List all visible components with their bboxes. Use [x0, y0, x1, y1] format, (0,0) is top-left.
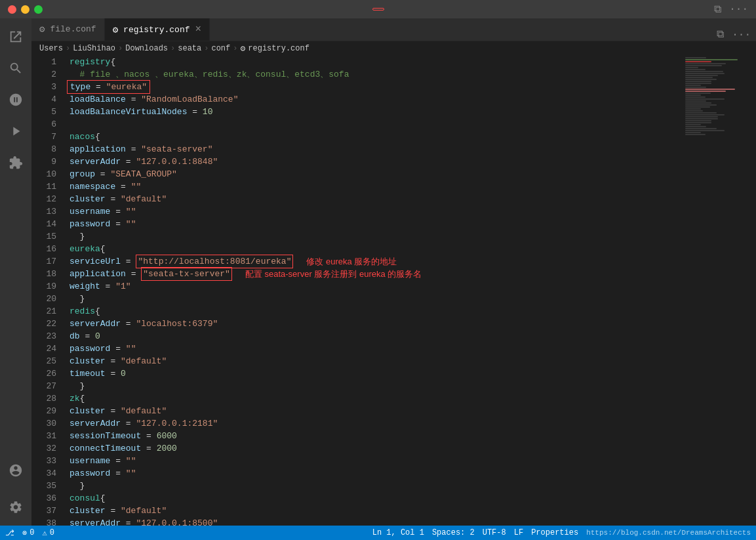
line-number: 22 [37, 318, 56, 330]
string-value: "" [126, 218, 136, 230]
explorer-icon[interactable] [3, 24, 29, 50]
line-number: 11 [37, 180, 56, 193]
code-line: password = "" [64, 467, 684, 480]
line-number: 2 [37, 68, 56, 81]
code-line: application = "seata-tx-server"配置 seata-… [64, 268, 684, 280]
minimap-line [685, 65, 722, 66]
minimap-line [685, 126, 706, 127]
close-button[interactable] [8, 5, 16, 14]
code-op: = [121, 255, 136, 268]
window-controls[interactable] [8, 5, 43, 14]
tab-file-conf[interactable]: ⚙ file.conf [31, 18, 105, 41]
line-number: 12 [37, 193, 56, 205]
titlebar-actions[interactable]: ⧉ ··· [714, 3, 748, 16]
error-number: 0 [30, 528, 34, 537]
code-line: cluster = "default" [64, 193, 684, 205]
cursor-position[interactable]: Ln 1, Col 1 [372, 528, 424, 537]
breadcrumb-liushihao[interactable]: LiuShihao [73, 44, 115, 53]
config-key: password [70, 218, 110, 230]
equals-op: = [95, 168, 110, 180]
titlebar: ⧉ ··· [0, 0, 756, 18]
minimap-line [685, 87, 706, 88]
breadcrumb-file[interactable]: ⚙ registry.conf [240, 43, 309, 54]
tab-registry-conf[interactable]: ⚙ registry.conf × [105, 18, 210, 41]
string-value: "localhost:6379" [136, 318, 218, 330]
minimap-line [685, 75, 718, 76]
code-line: serverAddr = "127.0.0.1:8848" [64, 156, 684, 168]
line-number: 3 [37, 81, 56, 93]
breadcrumb-conf[interactable]: conf [211, 44, 230, 53]
language-mode-label: Properties [531, 528, 578, 537]
line-number: 20 [37, 293, 56, 305]
code-line: loadBalanceVirtualNodes = 10 [64, 106, 684, 118]
breadcrumb-file-icon: ⚙ [240, 43, 245, 54]
number-value: 10 [203, 106, 213, 118]
equals-op: = [106, 355, 121, 367]
code-line: weight = "1" [64, 280, 684, 293]
more-actions-icon[interactable]: ··· [729, 3, 748, 16]
run-debug-icon[interactable] [3, 118, 29, 144]
line-number: 37 [37, 505, 56, 517]
breadcrumb-seata[interactable]: seata [178, 44, 201, 53]
brace: { [100, 492, 106, 505]
split-editor-tab-icon[interactable]: ⧉ [717, 28, 724, 41]
more-tab-actions-icon[interactable]: ··· [732, 29, 751, 41]
line-number: 35 [37, 480, 56, 492]
warning-number: 0 [50, 528, 54, 537]
code-line: } [64, 480, 684, 492]
number-value: 2000 [157, 442, 177, 455]
line-ending[interactable]: LF [514, 528, 523, 537]
tab-close-button[interactable]: × [195, 24, 202, 35]
minimap-line [685, 94, 701, 96]
code-line: sessionTimeout = 6000 [64, 430, 684, 442]
minimap-line [685, 91, 726, 92]
equals-op: = [126, 93, 141, 106]
string-value: "" [126, 455, 136, 467]
code-editor[interactable]: registry { # file 、nacos 、eureka、redis、z… [64, 56, 684, 526]
breadcrumb-downloads[interactable]: Downloads [125, 44, 168, 53]
minimap-line [685, 106, 710, 108]
minimap-line [685, 130, 725, 131]
maximize-button[interactable] [34, 5, 43, 14]
warning-count[interactable]: ⚠ 0 [42, 528, 54, 538]
line-number: 16 [37, 243, 56, 255]
extensions-icon[interactable] [3, 150, 29, 176]
git-branch-indicator[interactable]: ⎇ [5, 528, 14, 538]
tab-bar: ⚙ file.conf ⚙ registry.conf × ⧉ ··· [31, 18, 756, 41]
code-line: eureka { [64, 243, 684, 255]
line-number: 25 [37, 355, 56, 367]
minimize-button[interactable] [21, 5, 30, 14]
code-line: serverAddr = "127.0.0.1:2181" [64, 417, 684, 430]
minimap-line [685, 89, 735, 90]
code-line: registry { [64, 56, 684, 68]
encoding-label: UTF-8 [483, 528, 506, 537]
minimap-line [685, 122, 711, 123]
search-icon[interactable] [3, 55, 29, 81]
source-control-icon[interactable] [3, 87, 29, 113]
split-editor-icon[interactable]: ⧉ [714, 3, 721, 16]
config-key: serverAddr [70, 417, 121, 430]
line-ending-label: LF [514, 528, 523, 537]
tab-bar-actions[interactable]: ⧉ ··· [717, 28, 756, 41]
line-number: 15 [37, 230, 56, 243]
config-key: username [70, 205, 110, 218]
account-icon[interactable] [3, 457, 29, 484]
git-branch-icon: ⎇ [5, 528, 14, 538]
config-key: loadBalance [70, 93, 126, 106]
error-count[interactable]: ⊗ 0 [22, 528, 34, 538]
config-key: timeout [70, 367, 106, 380]
language-mode[interactable]: Properties [531, 528, 578, 537]
line-number: 7 [37, 131, 56, 143]
equals-op: = [115, 180, 130, 193]
breadcrumb-users[interactable]: Users [39, 44, 63, 53]
settings-icon[interactable] [3, 494, 29, 520]
status-url[interactable]: https://blog.csdn.net/DreamsArchitects [586, 528, 751, 537]
config-key: namespace [70, 180, 115, 193]
breadcrumb-sep2: › [118, 44, 123, 53]
encoding[interactable]: UTF-8 [483, 528, 506, 537]
line-number: 32 [37, 442, 56, 455]
indentation[interactable]: Spaces: 2 [432, 528, 475, 537]
code-string: "http://localhost:8081/eureka" [138, 255, 291, 268]
breadcrumb-sep5: › [233, 44, 237, 53]
line-number: 28 [37, 392, 56, 405]
